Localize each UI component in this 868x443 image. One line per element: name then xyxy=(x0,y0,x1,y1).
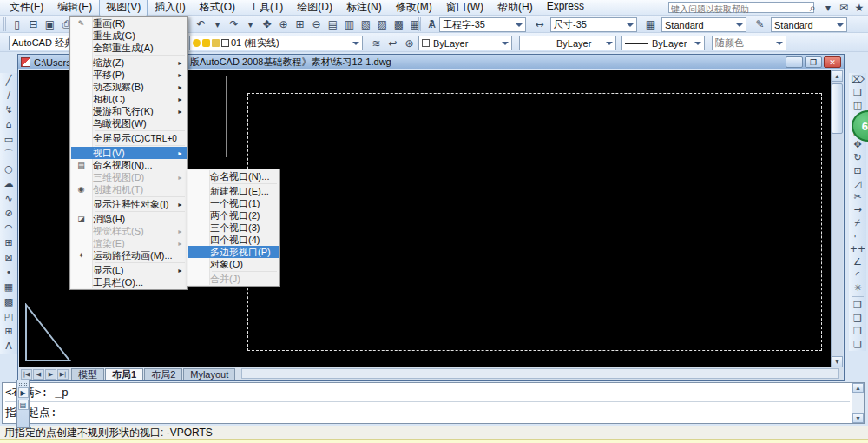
command-scrollbar[interactable]: ▲ ▼ xyxy=(852,383,864,423)
ellipse-arc-icon[interactable]: ◠ xyxy=(1,221,16,235)
circle-icon[interactable]: ○ xyxy=(1,162,16,176)
menu-item[interactable]: 鸟瞰视图(W) xyxy=(71,117,187,129)
menu-item[interactable]: 漫游和飞行(K) ► xyxy=(71,105,187,117)
point-icon[interactable]: • xyxy=(1,265,16,280)
menu-item[interactable]: ◪ 消隐(H) xyxy=(71,213,187,225)
menu-item[interactable]: 三个视口(3) xyxy=(188,222,279,234)
table-icon[interactable]: ⊞ xyxy=(1,324,16,339)
color-combo[interactable]: ByLayer xyxy=(418,36,512,50)
bring-above-objects-icon[interactable]: ❒ xyxy=(850,325,865,338)
rectangle-icon[interactable]: ▭ xyxy=(1,132,16,147)
toolbar-grip[interactable] xyxy=(19,383,27,386)
extend-icon[interactable]: → xyxy=(850,203,865,216)
menubar-item[interactable]: 工具(T) xyxy=(242,0,290,17)
menubar-item[interactable]: 插入(I) xyxy=(148,0,192,17)
arc-icon[interactable]: ⌒ xyxy=(1,147,16,162)
ellipse-icon[interactable]: ⊘ xyxy=(1,206,16,221)
save-icon[interactable]: ▣ xyxy=(42,17,58,31)
favorites-star-icon[interactable]: ★ xyxy=(852,1,866,14)
markup-set-manager-icon[interactable]: ▩ xyxy=(391,17,407,31)
layer-combo[interactable]: 01 (粗实线) xyxy=(189,36,363,50)
send-to-back-icon[interactable]: ❑ xyxy=(850,312,865,325)
maximize-button[interactable]: ❐ xyxy=(805,56,822,68)
trim-icon[interactable]: ✂ xyxy=(850,190,865,203)
layout-tab[interactable]: Mylayout xyxy=(183,368,235,380)
menu-item[interactable]: 新建视口(E)... xyxy=(188,185,279,197)
menubar-item[interactable]: Express xyxy=(540,0,591,17)
chamfer-icon[interactable]: ∠ xyxy=(850,255,865,268)
menubar-item[interactable]: 标注(N) xyxy=(339,0,389,17)
polygon-icon[interactable]: ⌂ xyxy=(1,117,16,132)
text-style-icon[interactable]: A xyxy=(424,17,440,31)
table-style-icon[interactable]: ▦ xyxy=(642,17,659,31)
menu-item[interactable]: 全屏显示(C) CTRL+0 xyxy=(71,132,187,144)
menu-item[interactable]: 两个视口(2) xyxy=(188,209,279,222)
floating-mini-toolbar[interactable]: ▶ ▤ xyxy=(16,380,30,428)
layout-tab[interactable]: 布局2 xyxy=(144,368,182,380)
line-icon[interactable]: ╱ xyxy=(1,73,16,88)
help-search-input[interactable] xyxy=(669,4,813,14)
scrollbar-thumb[interactable] xyxy=(832,83,843,134)
menu-item-viewports[interactable]: 视口(V) ► xyxy=(71,147,187,159)
canvas-vertical-scrollbar[interactable]: ▲ ▼ xyxy=(831,70,843,367)
hatch-icon[interactable]: ▦ xyxy=(1,280,16,294)
linetype-combo[interactable]: ByLayer xyxy=(519,36,616,50)
layer-on-bulb-icon[interactable] xyxy=(193,39,201,47)
menubar-item[interactable]: 编辑(E) xyxy=(50,0,99,17)
construction-line-icon[interactable]: ∕ xyxy=(1,88,16,102)
menu-item[interactable]: ◉ 创建相机(T) xyxy=(71,183,187,195)
prev-tab-icon[interactable]: ◀ xyxy=(33,369,44,380)
text-style-combo[interactable]: 工程字-35 xyxy=(439,17,526,32)
menubar-item[interactable]: 绘图(D) xyxy=(290,0,339,17)
plot-style-combo[interactable]: 随颜色 xyxy=(712,36,786,50)
menu-item[interactable]: 工具栏(O)... xyxy=(71,276,187,288)
menu-item[interactable]: 命名视口(N)... xyxy=(188,170,279,182)
menu-item[interactable]: 显示(L) ► xyxy=(71,264,187,276)
dim-style-combo[interactable]: 尺寸-35 xyxy=(550,17,637,32)
menu-item[interactable]: 渲染(E) ► xyxy=(71,237,187,249)
menu-item[interactable]: 缩放(Z) ► xyxy=(71,56,187,69)
tool-palettes-icon[interactable]: ▧ xyxy=(358,17,374,31)
zoom-realtime-icon[interactable]: ⊕ xyxy=(275,17,292,31)
menu-item-polygonal-viewport[interactable]: 多边形视口(P) xyxy=(188,246,279,258)
menubar-item[interactable]: 文件(F) xyxy=(3,0,50,17)
make-object-layer-current-icon[interactable]: ≋ xyxy=(368,36,385,50)
menu-item[interactable]: 三维视图(D) ► xyxy=(71,171,187,183)
menu-item[interactable]: 对象(O) xyxy=(188,258,279,270)
layout-tab[interactable]: 布局1 xyxy=(105,368,143,380)
menubar-item[interactable]: 帮助(H) xyxy=(490,0,540,17)
list-icon[interactable]: ▤ xyxy=(18,400,29,410)
scroll-up-icon[interactable]: ▲ xyxy=(832,70,843,82)
menu-item[interactable]: 四个视口(4) xyxy=(188,234,279,246)
redo-caret-icon[interactable]: ▾ xyxy=(242,17,259,31)
search-caret-icon[interactable]: ▾ xyxy=(821,1,835,14)
minimize-button[interactable]: ─ xyxy=(786,56,803,68)
insert-block-icon[interactable]: ⊞ xyxy=(1,235,16,250)
layer-states-icon[interactable]: ⊛ xyxy=(401,36,418,50)
rotate-icon[interactable]: ↻ xyxy=(850,151,865,164)
layer-previous-icon[interactable]: ↩ xyxy=(385,36,401,50)
designcenter-icon[interactable]: ▥ xyxy=(341,17,358,31)
gradient-icon[interactable]: ▩ xyxy=(1,294,16,309)
menu-item[interactable]: ✦ 运动路径动画(M)... xyxy=(71,249,187,261)
menu-item[interactable]: 合并(J) xyxy=(188,273,279,285)
menu-item[interactable]: 视觉样式(S) ► xyxy=(71,225,187,237)
mleader-style-icon[interactable]: ✎ xyxy=(752,17,768,31)
properties-icon[interactable]: ▤ xyxy=(325,17,341,31)
mleader-style-combo[interactable]: Standard xyxy=(771,17,847,32)
join-icon[interactable]: ++ xyxy=(850,242,865,255)
scale-icon[interactable]: ⊡ xyxy=(850,164,865,177)
menu-item[interactable]: ▤ 命名视图(N)... xyxy=(71,159,187,171)
layout-tab[interactable]: 模型 xyxy=(71,368,104,380)
multiline-text-icon[interactable]: A xyxy=(1,339,16,354)
menubar-item[interactable]: 视图(V) xyxy=(99,0,148,17)
zoom-previous-icon[interactable]: ⊖ xyxy=(308,17,325,31)
sheet-set-manager-icon[interactable]: ▨ xyxy=(374,17,391,31)
menu-item[interactable]: 一个视口(1) xyxy=(188,197,279,209)
menubar-item[interactable]: 修改(M) xyxy=(389,0,439,17)
send-under-objects-icon[interactable]: ❏ xyxy=(850,338,865,351)
make-block-icon[interactable]: ⊠ xyxy=(1,250,16,265)
menubar-item[interactable]: 窗口(W) xyxy=(439,0,490,17)
revision-cloud-icon[interactable]: ☁ xyxy=(1,176,16,191)
scroll-down-icon[interactable]: ▼ xyxy=(852,413,864,423)
